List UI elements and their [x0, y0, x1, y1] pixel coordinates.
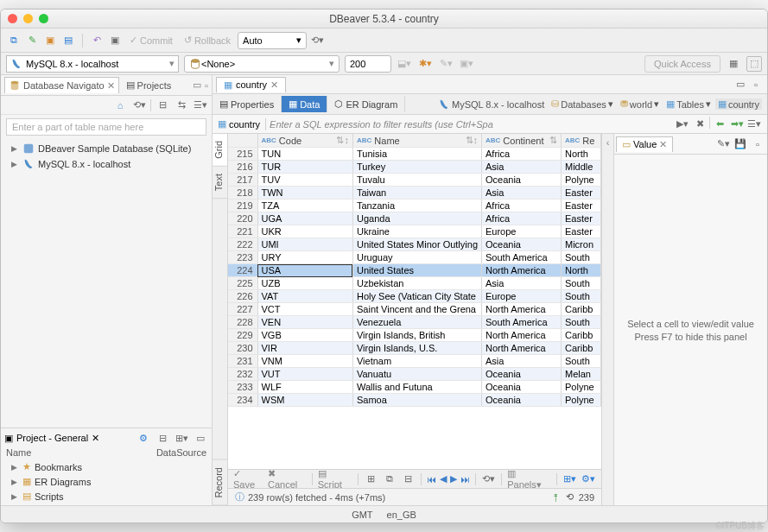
table-row[interactable]: 232VUTVanuatuOceaniaMelan — [228, 368, 601, 381]
last-icon[interactable]: ⏭ — [460, 474, 470, 484]
cell[interactable]: VNM — [257, 355, 352, 368]
breadcrumb-item[interactable]: MySQL 8.x - localhost — [435, 98, 547, 111]
table-row[interactable]: 223URYUruguaySouth AmericaSouth — [228, 251, 601, 264]
tab-er-diagram[interactable]: ⬡ER Diagram — [327, 96, 405, 112]
new-connection-icon[interactable]: ⧉ — [6, 33, 22, 48]
minimize-icon[interactable]: ▭ — [733, 77, 748, 92]
minimize-icon[interactable]: ▭ — [193, 79, 201, 91]
collapse-icon[interactable]: ⊟ — [155, 98, 170, 113]
cell[interactable]: Oceania — [482, 394, 562, 407]
column-header[interactable]: ABCName⇅↕ — [352, 134, 481, 148]
row-number[interactable]: 223 — [228, 251, 257, 264]
perspective-dbeaver-icon[interactable]: ⬚ — [746, 56, 762, 72]
row-number[interactable]: 226 — [228, 290, 257, 303]
tab-properties[interactable]: ▤Properties — [213, 96, 282, 112]
cell[interactable]: Uganda — [352, 212, 481, 225]
cell[interactable]: South — [562, 290, 601, 303]
cell[interactable]: Caribb — [562, 342, 601, 355]
cell[interactable]: Polyne — [562, 394, 601, 407]
close-icon[interactable]: ✕ — [659, 139, 667, 150]
apply-filter-icon[interactable]: ▶▾ — [675, 117, 690, 132]
perspective-icon[interactable]: ▦ — [726, 56, 741, 72]
cell[interactable]: Tunisia — [352, 148, 481, 161]
cell[interactable]: North America — [482, 303, 562, 316]
cell[interactable]: VAT — [257, 290, 352, 303]
table-row[interactable]: 216TURTurkeyAsiaMiddle — [228, 161, 601, 174]
home-icon[interactable]: ⌂ — [112, 98, 128, 113]
cell[interactable]: North America — [482, 264, 562, 277]
sql-filter-input[interactable]: Enter a SQL expression to filter results… — [266, 119, 675, 130]
cell[interactable]: North America — [482, 329, 562, 342]
cell[interactable]: Vanuatu — [352, 368, 481, 381]
cell[interactable]: Europe — [482, 290, 562, 303]
navigator-tree[interactable]: ▶ DBeaver Sample Database (SQLite) ▶ MyS… — [1, 139, 212, 174]
tree-item[interactable]: ▶▦ER Diagrams — [6, 474, 206, 489]
tree-item[interactable]: ▶ MySQL 8.x - localhost — [6, 156, 206, 172]
table-row[interactable]: 234WSMSamoaOceaniaPolyne — [228, 394, 601, 407]
cell[interactable]: Caribb — [562, 303, 601, 316]
row-number[interactable]: 227 — [228, 303, 257, 316]
refresh-icon[interactable]: ⟲▾ — [481, 472, 496, 487]
cell[interactable]: UKR — [257, 225, 352, 238]
tool-icon-1[interactable]: ✱▾ — [417, 56, 433, 72]
row-number[interactable]: 224 — [228, 264, 257, 277]
table-row[interactable]: 231VNMVietnamAsiaSouth — [228, 355, 601, 368]
close-icon[interactable]: ✕ — [270, 79, 278, 91]
cell[interactable]: Oceania — [482, 381, 562, 394]
row-number[interactable]: 228 — [228, 316, 257, 329]
results-grid[interactable]: ABCCode⇅↕ ABCName⇅↕ ABCContinent⇅ ABCRe … — [228, 134, 601, 469]
config-icon[interactable]: ⊞▾ — [562, 472, 577, 487]
right-toggle[interactable]: ‹ — [601, 134, 613, 505]
export-icon[interactable]: ⭱ — [551, 492, 561, 503]
cell[interactable]: UZB — [257, 277, 352, 290]
fetch-more-icon[interactable]: ⬓▾ — [397, 56, 412, 72]
folder-icon[interactable]: ▣ — [42, 33, 58, 48]
rollback-button[interactable]: ↺ Rollback — [180, 34, 235, 47]
cell[interactable]: South — [562, 316, 601, 329]
script-icon[interactable]: ▤ — [60, 33, 76, 48]
row-number[interactable]: 229 — [228, 329, 257, 342]
cell[interactable]: Virgin Islands, British — [352, 329, 481, 342]
cell[interactable]: Ukraine — [352, 225, 481, 238]
breadcrumb-item[interactable]: ▦Tables ▾ — [663, 98, 714, 110]
cell[interactable]: United States Minor Outlying — [352, 238, 481, 251]
breadcrumb-item[interactable]: ⛃world ▾ — [618, 98, 662, 110]
tree-item[interactable]: ▶ DBeaver Sample Database (SQLite) — [6, 141, 206, 156]
cell[interactable]: Saint Vincent and the Grena — [352, 303, 481, 316]
cell[interactable]: Tuvalu — [352, 174, 481, 187]
table-row[interactable]: 220UGAUgandaAfricaEaster — [228, 212, 601, 225]
gear-icon[interactable]: ⚙▾ — [581, 472, 596, 487]
quick-access-button[interactable]: Quick Access — [644, 55, 720, 73]
table-row[interactable]: 225UZBUzbekistanAsiaSouth — [228, 277, 601, 290]
breadcrumb-item[interactable]: ▦country — [715, 98, 762, 110]
cell[interactable]: UMI — [257, 238, 352, 251]
value-tab[interactable]: ▭ Value ✕ — [616, 136, 673, 152]
cell[interactable]: Easter — [562, 212, 601, 225]
prev-icon[interactable]: ◀ — [440, 473, 447, 484]
connection-combo[interactable]: MySQL 8.x - localhost ▾ — [6, 55, 179, 73]
cell[interactable]: North — [562, 264, 601, 277]
cell[interactable]: TWN — [257, 187, 352, 200]
navigator-filter-input[interactable]: Enter a part of table name here — [6, 118, 206, 136]
cell[interactable]: Africa — [482, 212, 562, 225]
table-row[interactable]: 218TWNTaiwanAsiaEaster — [228, 187, 601, 200]
cell[interactable]: Micron — [562, 238, 601, 251]
cell[interactable]: VEN — [257, 316, 352, 329]
cell[interactable]: Caribb — [562, 329, 601, 342]
apply-icon[interactable]: 💾 — [733, 136, 748, 152]
cell[interactable]: Oceania — [482, 238, 562, 251]
edit-icon[interactable]: ✎▾ — [715, 136, 731, 152]
grid-view-tab[interactable]: Grid — [213, 134, 227, 167]
table-row[interactable]: 217TUVTuvaluOceaniaPolyne — [228, 174, 601, 187]
cell[interactable]: Tanzania — [352, 200, 481, 212]
next-icon[interactable]: ▶ — [450, 473, 457, 484]
table-row[interactable]: 215TUNTunisiaAfricaNorth — [228, 148, 601, 161]
cell[interactable]: Holy See (Vatican City State — [352, 290, 481, 303]
maximize-icon[interactable]: ▫ — [748, 77, 764, 92]
breadcrumb-item[interactable]: ⛁Databases ▾ — [549, 98, 616, 110]
row-number[interactable]: 218 — [228, 187, 257, 200]
arrow-left-icon[interactable]: ↶ — [89, 33, 105, 48]
cell[interactable]: TUR — [257, 161, 352, 174]
cell[interactable]: Africa — [482, 148, 562, 161]
row-number[interactable]: 230 — [228, 342, 257, 355]
